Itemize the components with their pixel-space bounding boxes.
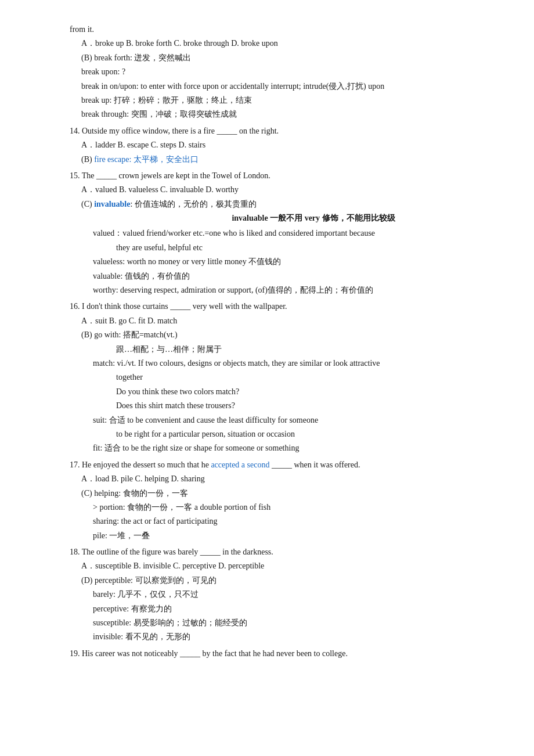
q14-options: A．ladder B. escape C. steps D. stairs xyxy=(81,139,499,152)
q14-question: 14. Outside my office window, there is a… xyxy=(70,125,499,138)
q16-match: match: vi./vt. If two colours, designs o… xyxy=(93,357,499,370)
q18-options: A．susceptible B. invisible C. perceptive… xyxy=(81,560,499,573)
q16-go-with-chinese: 跟…相配；与…相伴；附属于 xyxy=(116,343,499,356)
q16-match-ex1: Do you think these two colors match? xyxy=(116,386,499,398)
q16-question: 16. I don't think those curtains _____ v… xyxy=(70,300,499,313)
main-content: from it. A．broke up B. broke forth C. br… xyxy=(70,23,499,660)
q16-suit-def2: to be right for a particular person, sit… xyxy=(116,428,499,441)
q17-sharing: sharing: the act or fact of participatin… xyxy=(93,515,499,528)
q19-question: 19. His career was not noticeably _____ … xyxy=(70,647,499,660)
q18-invisible: invisible: 看不见的，无形的 xyxy=(93,631,499,643)
q17-options: A．load B. pile C. helping D. sharing xyxy=(81,473,499,485)
q17-question: 17. He enjoyed the dessert so much that … xyxy=(70,459,499,471)
q13-break-in: break in on/upon: to enter with force up… xyxy=(81,80,499,93)
q13-options: A．broke up B. broke forth C. broke throu… xyxy=(81,37,499,50)
q13-break-up: break up: 打碎；粉碎；散开，驱散；终止，结束 xyxy=(81,94,499,107)
q17-answer: (C) helping: 食物的一份，一客 xyxy=(81,487,499,500)
q15-worthy: worthy: deserving respect, admiration or… xyxy=(93,284,499,297)
q18-question: 18. The outline of the figure was barely… xyxy=(70,546,499,559)
q15-answer: (C) invaluable: 价值连城的，无价的，极其贵重的 xyxy=(81,198,499,211)
q18-answer: (D) perceptible: 可以察觉到的，可见的 xyxy=(81,574,499,587)
q15-question: 15. The _____ crown jewels are kept in t… xyxy=(70,170,499,182)
q15-valueless: valueless: worth no money or very little… xyxy=(93,255,499,268)
q16-answer: (B) go with: 搭配=match(vt.) xyxy=(81,329,499,341)
q18-susceptible: susceptible: 易受影响的；过敏的；能经受的 xyxy=(93,617,499,629)
q15-valued-def2: they are useful, helpful etc xyxy=(116,242,499,254)
q18-perceptive: perceptive: 有察觉力的 xyxy=(93,603,499,615)
q16-match-ex2: Does this shirt match these trousers? xyxy=(116,399,499,412)
q16-match-def2: together xyxy=(116,371,499,384)
q17-portion: > portion: 食物的一份，一客 a double portion of … xyxy=(93,501,499,514)
q15-valued: valued：valued friend/worker etc.=one who… xyxy=(93,227,499,240)
q16-suit: suit: 合适 to be convenient and cause the … xyxy=(93,414,499,427)
q17-pile: pile: 一堆，一叠 xyxy=(93,530,499,542)
q16-fit: fit: 适合 to be the right size or shape fo… xyxy=(93,442,499,455)
q14-answer: (B) fire escape: 太平梯，安全出口 xyxy=(81,153,499,166)
intro-line: from it. xyxy=(70,23,499,36)
q13-break-upon: break upon: ? xyxy=(81,66,499,78)
q13-break-through: break through: 突围，冲破；取得突破性成就 xyxy=(81,108,499,121)
q18-barely: barely: 几乎不，仅仅，只不过 xyxy=(93,588,499,601)
q15-bold-note: invaluable 一般不用 very 修饰，不能用比较级 xyxy=(128,212,499,225)
q16-options: A．suit B. go C. fit D. match xyxy=(81,315,499,327)
q15-valuable: valuable: 值钱的，有价值的 xyxy=(93,270,499,283)
q13-answer: (B) break forth: 迸发，突然喊出 xyxy=(81,52,499,64)
q15-options: A．valued B. valueless C. invaluable D. w… xyxy=(81,183,499,196)
